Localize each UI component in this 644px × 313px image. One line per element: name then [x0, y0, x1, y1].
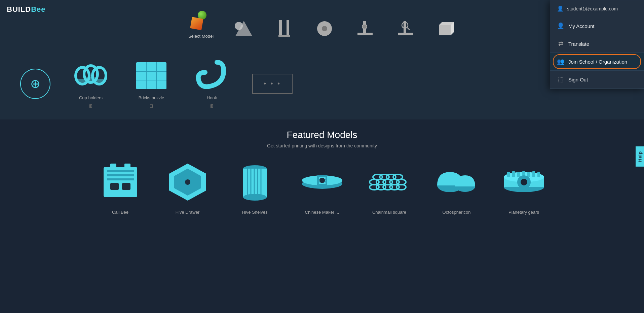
sign-out-item[interactable]: ⬚ Sign Out — [550, 71, 644, 88]
dropdown-menu: 👤 student1@example.com 👤 My Account ⇄ Tr… — [550, 0, 644, 89]
translate-icon: ⇄ — [557, 40, 564, 47]
my-account-item[interactable]: 👤 My Account — [550, 17, 644, 35]
svg-rect-31 — [110, 164, 116, 168]
more-models-dots[interactable]: • • • — [252, 74, 293, 94]
models-row: ⊕ Cup holders 🗑 — [20, 59, 624, 108]
nav-step-box[interactable] — [435, 19, 456, 39]
octosphericon-img — [430, 159, 484, 206]
dropdown-email: student1@example.com — [567, 6, 618, 11]
help-button[interactable]: Help — [635, 146, 644, 167]
hook-thumb — [192, 59, 232, 93]
svg-rect-32 — [124, 164, 130, 168]
add-icon: ⊕ — [30, 77, 40, 91]
bricks-puzzle-thumb — [131, 59, 172, 93]
svg-point-43 — [243, 194, 267, 201]
featured-section: Featured Models Get started printing wit… — [0, 119, 644, 225]
nav-step-disc[interactable] — [314, 19, 335, 39]
nav-step-settings[interactable] — [355, 19, 375, 39]
nav-step-search[interactable] — [395, 19, 415, 39]
featured-item-hive-shelves[interactable]: Hive Shelves — [228, 159, 282, 215]
chainmail-img — [363, 159, 416, 206]
disc-icon — [314, 19, 335, 39]
help-label: Help — [637, 151, 642, 162]
translate-label: Translate — [568, 41, 589, 47]
search-step-icon — [395, 19, 415, 39]
hive-drawer-name: Hive Drawer — [176, 210, 200, 215]
svg-rect-70 — [507, 172, 510, 177]
chinese-maker-img — [295, 159, 349, 206]
svg-rect-72 — [517, 172, 520, 177]
featured-item-chinese-maker[interactable]: Chinese Maker ... — [295, 159, 349, 215]
box-step-icon — [435, 19, 456, 39]
cube-orange-icon — [190, 17, 203, 30]
svg-point-50 — [319, 178, 325, 183]
nav-step-select-model-label: Select Model — [188, 34, 214, 39]
cup-holders-name: Cup holders — [79, 95, 103, 100]
model-card-hook[interactable]: Hook 🗑 — [192, 59, 232, 108]
featured-item-octosphericon[interactable]: Octosphericon — [430, 159, 484, 215]
logo[interactable]: BUILDBee — [7, 5, 46, 14]
nav-step-support[interactable] — [274, 19, 294, 39]
svg-rect-30 — [122, 183, 130, 190]
svg-line-13 — [407, 28, 410, 30]
dots-icon: • • • — [264, 80, 281, 88]
hook-delete[interactable]: 🗑 — [210, 103, 214, 108]
featured-subtitle: Get started printing with designs from t… — [20, 143, 624, 148]
svg-rect-28 — [107, 178, 134, 180]
nav-step-shapes[interactable] — [234, 19, 254, 39]
svg-rect-2 — [279, 20, 282, 35]
planetary-gears-name: Planetary gears — [508, 210, 539, 215]
svg-rect-20 — [136, 62, 166, 89]
svg-rect-26 — [107, 170, 134, 172]
svg-rect-37 — [243, 169, 267, 197]
featured-item-hive-drawer[interactable]: Hive Drawer — [161, 159, 215, 215]
svg-rect-3 — [287, 20, 289, 35]
svg-point-78 — [521, 179, 527, 185]
my-models-section: ⊕ Cup holders 🗑 — [0, 52, 644, 119]
support-icon — [274, 19, 294, 39]
cali-bee-img — [93, 159, 147, 206]
svg-rect-71 — [512, 171, 515, 177]
svg-point-59 — [393, 174, 403, 180]
header: BUILDBee Select Model — [0, 0, 644, 52]
join-school-item[interactable]: 👥 Join School / Organization — [550, 53, 644, 71]
my-account-label: My Account — [568, 23, 595, 29]
svg-rect-74 — [527, 172, 530, 177]
featured-item-planetary-gears[interactable]: Planetary gears — [497, 159, 551, 215]
svg-point-6 — [322, 26, 327, 31]
shapes-icon — [234, 19, 254, 39]
svg-rect-76 — [537, 172, 540, 177]
account-menu-icon: 👤 — [557, 22, 564, 30]
nav-steps: Select Model — [188, 10, 456, 42]
translate-item[interactable]: ⇄ Translate — [550, 35, 644, 53]
svg-rect-29 — [110, 183, 119, 190]
featured-grid: Cali Bee Hive Drawer — [20, 159, 624, 215]
planetary-gears-img — [497, 159, 551, 206]
svg-rect-14 — [439, 25, 451, 35]
bricks-puzzle-name: Bricks puzzle — [139, 95, 164, 100]
hive-shelves-name: Hive Shelves — [242, 210, 268, 215]
svg-rect-4 — [278, 35, 290, 37]
add-model-button[interactable]: ⊕ — [20, 69, 50, 99]
cup-holders-thumb — [71, 59, 111, 93]
featured-item-cali-bee[interactable]: Cali Bee — [93, 159, 147, 215]
join-school-label: Join School / Organization — [568, 59, 627, 65]
logo-build: BUILD — [7, 5, 31, 13]
svg-rect-27 — [107, 174, 134, 176]
hive-drawer-img — [161, 159, 215, 206]
bricks-puzzle-delete[interactable]: 🗑 — [149, 103, 154, 108]
join-school-icon: 👥 — [557, 58, 564, 65]
sign-out-label: Sign Out — [568, 77, 588, 82]
nav-step-select-model[interactable]: Select Model — [188, 10, 214, 39]
featured-item-chainmail[interactable]: Chainmail square — [363, 159, 416, 215]
model-card-bricks-puzzle[interactable]: Bricks puzzle 🗑 — [131, 59, 172, 108]
logo-bee: Bee — [31, 5, 45, 13]
sign-out-icon: ⬚ — [557, 76, 564, 83]
dropdown-email-header: 👤 student1@example.com — [550, 0, 644, 17]
featured-title: Featured Models — [20, 130, 624, 140]
cali-bee-name: Cali Bee — [112, 210, 128, 215]
cup-holders-delete[interactable]: 🗑 — [88, 103, 93, 108]
hive-shelves-img — [228, 159, 282, 206]
svg-point-9 — [362, 24, 367, 29]
model-card-cup-holders[interactable]: Cup holders 🗑 — [71, 59, 111, 108]
